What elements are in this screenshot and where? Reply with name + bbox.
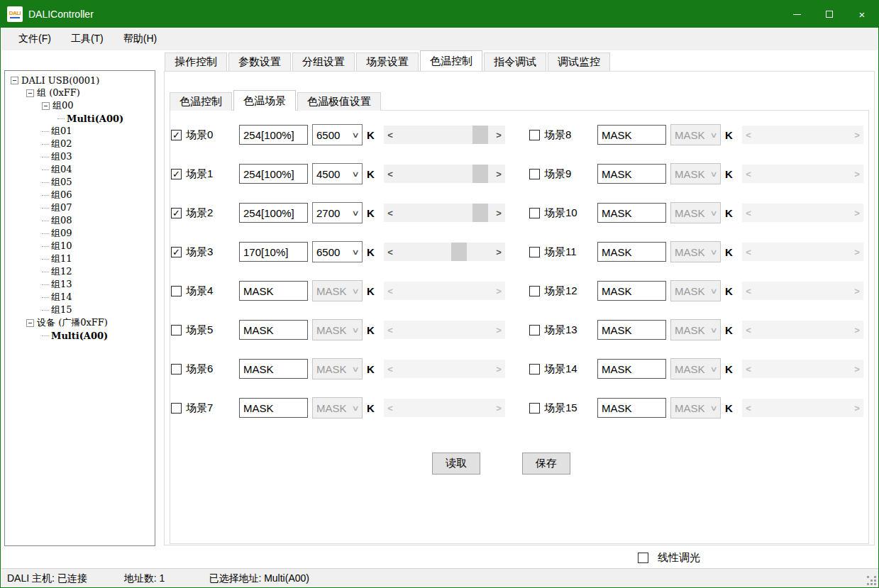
scroll-thumb[interactable] bbox=[451, 243, 467, 261]
tree-item[interactable]: 设备 (广播0xFF) bbox=[5, 316, 155, 329]
level-input[interactable] bbox=[239, 203, 308, 223]
scene-checkbox[interactable]: ✓ bbox=[171, 247, 182, 257]
temperature-scrollbar[interactable]: <> bbox=[384, 243, 505, 261]
tree-item[interactable]: 组08 bbox=[5, 214, 155, 227]
temperature-scrollbar[interactable]: <> bbox=[384, 204, 505, 222]
level-input[interactable] bbox=[239, 398, 308, 418]
scene-checkbox[interactable] bbox=[529, 403, 540, 414]
scene-checkbox[interactable]: ✓ bbox=[171, 208, 182, 218]
read-button[interactable]: 读取 bbox=[432, 453, 480, 475]
level-input[interactable] bbox=[597, 398, 666, 418]
tree-expander-icon[interactable] bbox=[26, 89, 34, 97]
scene-checkbox[interactable] bbox=[171, 286, 182, 296]
scroll-right-arrow-icon[interactable]: > bbox=[492, 169, 505, 179]
sub-tab[interactable]: 色温场景 bbox=[233, 90, 296, 111]
main-tab[interactable]: 参数设置 bbox=[228, 52, 291, 71]
main-tab[interactable]: 操作控制 bbox=[165, 52, 227, 71]
tree-item[interactable]: 组02 bbox=[5, 138, 155, 150]
main-tab[interactable]: 指令调试 bbox=[484, 52, 546, 71]
scene-checkbox[interactable]: ✓ bbox=[171, 130, 182, 140]
tree-item[interactable]: DALI USB(0001) bbox=[5, 74, 155, 87]
linear-dimming-checkbox[interactable] bbox=[638, 553, 648, 563]
tree-item[interactable]: 组14 bbox=[5, 291, 155, 304]
temperature-dropdown[interactable]: 6500∨ bbox=[312, 241, 363, 262]
minimize-button[interactable] bbox=[780, 1, 813, 28]
scene-checkbox[interactable] bbox=[171, 403, 182, 414]
resize-grip-icon[interactable] bbox=[867, 576, 876, 585]
tree-item[interactable]: 组09 bbox=[5, 227, 155, 240]
scroll-track[interactable] bbox=[397, 243, 492, 261]
scene-checkbox[interactable]: ✓ bbox=[171, 169, 182, 179]
level-input[interactable] bbox=[239, 125, 308, 145]
level-input[interactable] bbox=[597, 281, 666, 301]
sub-tab[interactable]: 色温极值设置 bbox=[297, 92, 381, 111]
temperature-dropdown[interactable]: 2700∨ bbox=[312, 202, 363, 223]
scene-checkbox[interactable] bbox=[529, 247, 540, 257]
scene-checkbox[interactable] bbox=[529, 208, 540, 218]
scroll-left-arrow-icon[interactable]: < bbox=[384, 247, 397, 257]
level-input[interactable] bbox=[597, 164, 666, 184]
main-tab[interactable]: 调试监控 bbox=[548, 52, 610, 71]
maximize-button[interactable] bbox=[813, 1, 846, 28]
scene-checkbox[interactable] bbox=[529, 364, 540, 375]
main-tab[interactable]: 分组设置 bbox=[292, 52, 355, 71]
level-input[interactable] bbox=[597, 242, 666, 262]
scroll-left-arrow-icon[interactable]: < bbox=[384, 169, 397, 179]
scroll-track[interactable] bbox=[397, 204, 492, 222]
scene-checkbox[interactable] bbox=[529, 325, 540, 335]
scene-checkbox[interactable] bbox=[171, 364, 182, 375]
level-input[interactable] bbox=[239, 320, 308, 340]
close-button[interactable]: × bbox=[846, 1, 878, 28]
menu-item[interactable]: 文件(F) bbox=[9, 28, 61, 50]
scene-checkbox[interactable] bbox=[171, 325, 182, 335]
scroll-thumb[interactable] bbox=[472, 204, 488, 222]
tree-item[interactable]: 组05 bbox=[5, 176, 155, 189]
scroll-right-arrow-icon[interactable]: > bbox=[492, 247, 505, 257]
scroll-track[interactable] bbox=[397, 126, 492, 144]
level-input[interactable] bbox=[597, 203, 666, 223]
level-input[interactable] bbox=[597, 320, 666, 340]
tree-item[interactable]: 组12 bbox=[5, 265, 155, 278]
level-input[interactable] bbox=[239, 359, 308, 379]
tree-item[interactable]: 组04 bbox=[5, 163, 155, 176]
temperature-scrollbar[interactable]: <> bbox=[384, 126, 505, 144]
level-input[interactable] bbox=[239, 242, 308, 262]
scene-checkbox[interactable] bbox=[529, 286, 540, 296]
tree-item[interactable]: Multi(A00) bbox=[5, 329, 155, 342]
tree-item[interactable]: 组10 bbox=[5, 240, 155, 253]
main-tab[interactable]: 场景设置 bbox=[356, 52, 419, 71]
tree-item[interactable]: 组13 bbox=[5, 278, 155, 291]
level-input[interactable] bbox=[239, 281, 308, 301]
tree-expander-icon[interactable] bbox=[42, 102, 50, 110]
tree-item[interactable]: 组15 bbox=[5, 304, 155, 316]
tree-item[interactable]: 组00 bbox=[5, 99, 155, 112]
tree-expander-icon[interactable] bbox=[26, 319, 34, 327]
tree-item[interactable]: 组03 bbox=[5, 150, 155, 163]
scroll-thumb[interactable] bbox=[472, 165, 488, 183]
main-tab[interactable]: 色温控制 bbox=[420, 50, 482, 71]
level-input[interactable] bbox=[597, 359, 666, 379]
save-button[interactable]: 保存 bbox=[522, 453, 570, 475]
tree-expander-icon[interactable] bbox=[11, 77, 18, 84]
temperature-scrollbar[interactable]: <> bbox=[384, 165, 505, 183]
tree-item[interactable]: 组 (0xFF) bbox=[5, 87, 155, 99]
scroll-left-arrow-icon[interactable]: < bbox=[384, 208, 397, 218]
temperature-dropdown[interactable]: 6500∨ bbox=[312, 124, 363, 145]
scroll-left-arrow-icon[interactable]: < bbox=[384, 130, 397, 140]
menu-item[interactable]: 帮助(H) bbox=[114, 28, 167, 50]
scene-checkbox[interactable] bbox=[529, 169, 540, 179]
scene-checkbox[interactable] bbox=[529, 130, 540, 140]
tree-item[interactable]: Multi(A00) bbox=[5, 112, 155, 125]
scroll-right-arrow-icon[interactable]: > bbox=[492, 130, 505, 140]
tree-item[interactable]: 组06 bbox=[5, 189, 155, 201]
scroll-right-arrow-icon[interactable]: > bbox=[492, 208, 505, 218]
tree-item[interactable]: 组11 bbox=[5, 253, 155, 265]
level-input[interactable] bbox=[239, 164, 308, 184]
menu-item[interactable]: 工具(T) bbox=[61, 28, 114, 50]
sub-tab[interactable]: 色温控制 bbox=[170, 92, 232, 111]
tree-item[interactable]: 组01 bbox=[5, 125, 155, 138]
scroll-track[interactable] bbox=[397, 165, 492, 183]
temperature-dropdown[interactable]: 4500∨ bbox=[312, 163, 363, 184]
level-input[interactable] bbox=[597, 125, 666, 145]
scroll-thumb[interactable] bbox=[472, 126, 488, 144]
